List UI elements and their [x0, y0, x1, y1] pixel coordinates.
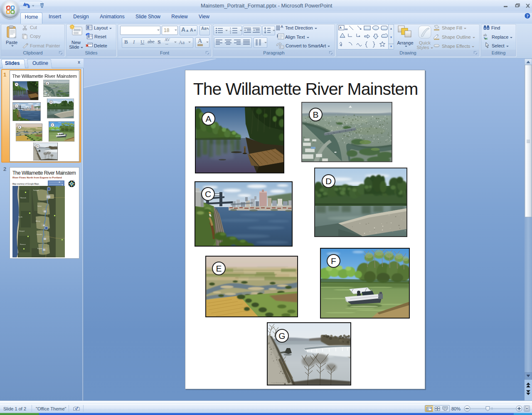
svg-text:Tillamook: Tillamook	[20, 197, 26, 199]
svg-text:A: A	[281, 25, 283, 29]
svg-text:Eugene: Eugene	[37, 248, 42, 249]
svg-text:Florence: Florence	[20, 244, 26, 245]
svg-text:Newport: Newport	[19, 230, 25, 232]
svg-text:A: A	[340, 26, 342, 30]
svg-text:Corvallis: Corvallis	[37, 234, 42, 235]
svg-text:Albany: Albany	[36, 220, 40, 222]
svg-text:?: ?	[526, 13, 529, 18]
svg-text:© Lee Emmett 2009: © Lee Emmett 2009	[34, 159, 39, 160]
svg-text:3: 3	[230, 32, 231, 34]
svg-text:© Lee Emmett 2009: © Lee Emmett 2009	[271, 382, 286, 384]
svg-text:ac: ac	[485, 37, 488, 40]
svg-text:Pacific: Pacific	[18, 216, 23, 218]
svg-text:Salem: Salem	[37, 205, 42, 207]
svg-text:Portland: Portland	[33, 190, 39, 191]
